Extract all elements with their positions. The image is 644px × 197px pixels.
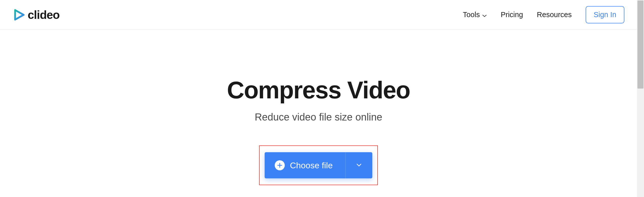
choose-file-container: Choose file	[265, 152, 372, 178]
logo-icon	[13, 9, 25, 21]
nav-tools-label: Tools	[463, 11, 480, 19]
page-subtitle: Reduce video file size online	[255, 111, 382, 123]
main-content: Compress Video Reduce video file size on…	[0, 30, 637, 185]
nav-resources-label: Resources	[537, 11, 572, 19]
sign-in-button[interactable]: Sign In	[586, 6, 624, 23]
nav-tools[interactable]: Tools	[463, 11, 487, 19]
nav-pricing-label: Pricing	[501, 11, 523, 19]
nav-resources[interactable]: Resources	[537, 11, 572, 19]
scrollbar-track[interactable]	[637, 0, 644, 197]
nav: Tools Pricing Resources Sign In	[463, 6, 624, 23]
header: clideo Tools Pricing Resources Sign In	[0, 0, 637, 30]
chevron-down-icon	[356, 163, 362, 168]
chevron-down-icon	[482, 11, 487, 19]
nav-pricing[interactable]: Pricing	[501, 11, 523, 19]
page-title: Compress Video	[227, 76, 410, 104]
logo-text: clideo	[28, 8, 60, 22]
choose-file-button[interactable]: Choose file	[265, 152, 345, 178]
scrollbar-thumb[interactable]	[637, 1, 643, 89]
plus-icon	[275, 160, 285, 170]
upload-highlight-box: Choose file	[259, 145, 378, 185]
choose-file-label: Choose file	[290, 161, 333, 170]
logo[interactable]: clideo	[13, 8, 60, 22]
choose-file-dropdown-button[interactable]	[345, 152, 372, 178]
